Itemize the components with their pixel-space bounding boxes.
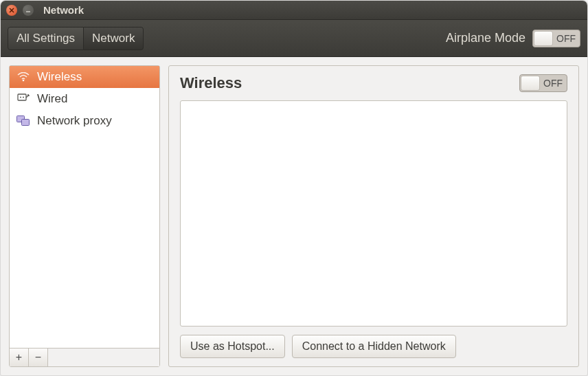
airplane-mode-state: OFF: [556, 33, 576, 44]
wifi-icon: [16, 70, 30, 84]
crumb-network[interactable]: Network: [84, 27, 144, 50]
sidebar-item-label: Wired: [37, 92, 67, 106]
sidebar-item-wireless[interactable]: Wireless: [10, 66, 159, 88]
toolbar: All Settings Network Airplane Mode OFF: [1, 20, 587, 57]
wireless-network-list[interactable]: [180, 100, 567, 327]
content-title: Wireless: [180, 74, 242, 92]
sidebar-item-label: Network proxy: [37, 114, 112, 128]
breadcrumb: All Settings Network: [8, 27, 144, 50]
sidebar-footer: + −: [10, 348, 159, 366]
titlebar: Network: [1, 1, 587, 20]
svg-point-0: [23, 80, 25, 82]
content-actions: Use as Hotspot... Connect to a Hidden Ne…: [180, 335, 567, 358]
sidebar-list: Wireless Wired: [10, 66, 159, 348]
proxy-icon: [16, 114, 30, 128]
network-settings-window: Network All Settings Network Airplane Mo…: [0, 0, 588, 376]
sidebar-item-wired[interactable]: Wired: [10, 88, 159, 110]
content-panel: Wireless OFF Use as Hotspot... Connect t…: [168, 65, 579, 367]
window-title: Network: [43, 4, 84, 16]
svg-rect-5: [22, 120, 30, 126]
add-connection-button[interactable]: +: [10, 349, 29, 366]
crumb-all-settings[interactable]: All Settings: [8, 27, 84, 50]
use-as-hotspot-button[interactable]: Use as Hotspot...: [180, 335, 285, 358]
airplane-mode-label: Airplane Mode: [446, 31, 525, 45]
remove-connection-button[interactable]: −: [29, 349, 48, 366]
sidebar-item-proxy[interactable]: Network proxy: [10, 110, 159, 132]
svg-point-3: [23, 97, 24, 98]
wireless-state: OFF: [543, 78, 563, 89]
svg-rect-1: [18, 94, 26, 100]
body: Wireless Wired: [1, 57, 587, 375]
wireless-toggle[interactable]: OFF: [519, 74, 567, 92]
svg-point-2: [20, 97, 21, 98]
close-icon[interactable]: [6, 5, 17, 16]
sidebar: Wireless Wired: [9, 65, 160, 367]
connect-hidden-network-button[interactable]: Connect to a Hidden Network: [292, 335, 456, 358]
toggle-knob: [521, 76, 540, 91]
toggle-knob: [534, 31, 553, 46]
airplane-mode-toggle[interactable]: OFF: [532, 30, 580, 47]
sidebar-item-label: Wireless: [37, 70, 82, 84]
wired-icon: [16, 92, 30, 106]
minimize-icon[interactable]: [23, 5, 34, 16]
content-header: Wireless OFF: [180, 74, 567, 92]
